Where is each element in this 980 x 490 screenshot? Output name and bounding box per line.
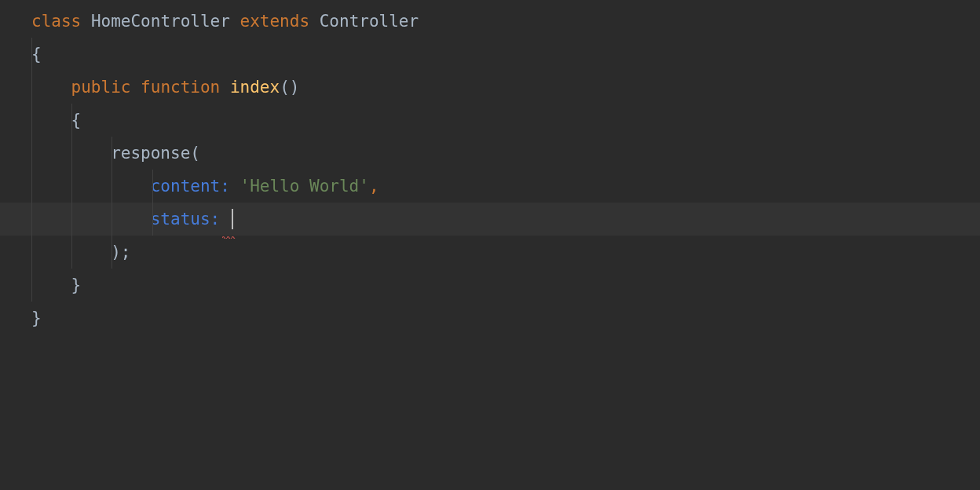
parentheses: () [280,71,299,104]
colon: : [220,170,230,203]
named-param: status [151,203,210,236]
code-line[interactable]: } [31,302,980,335]
brace-close: } [71,269,82,302]
code-editor[interactable]: class HomeController extends Controller … [0,0,980,490]
string-literal: 'Hello World' [240,170,369,203]
brace-close: } [31,302,42,335]
text-caret [232,209,233,229]
named-param: content [151,170,221,203]
code-line[interactable]: { [31,38,980,71]
keyword-class: class [31,5,81,38]
brace-open: { [31,38,42,71]
function-call: response [111,137,190,170]
class-name: HomeController [91,5,230,38]
paren-close: ); [111,236,130,269]
error-squiggle [230,203,233,236]
code-line[interactable]: { [31,104,980,137]
keyword-public: public [71,71,131,104]
code-line[interactable]: } [31,269,980,302]
paren-open: ( [190,137,200,170]
code-line[interactable]: ); [31,236,980,269]
code-line[interactable]: content: 'Hello World', [31,170,980,203]
keyword-extends: extends [240,5,310,38]
colon: : [210,203,221,236]
comma: , [369,170,379,203]
brace-open: { [71,104,82,137]
base-class-name: Controller [320,5,419,38]
code-line-current[interactable]: status: [0,203,980,236]
code-line[interactable]: class HomeController extends Controller [31,5,980,38]
keyword-function: function [141,71,220,104]
function-name: index [230,71,280,104]
code-line[interactable]: public function index() [31,71,980,104]
code-line[interactable]: response( [31,137,980,170]
